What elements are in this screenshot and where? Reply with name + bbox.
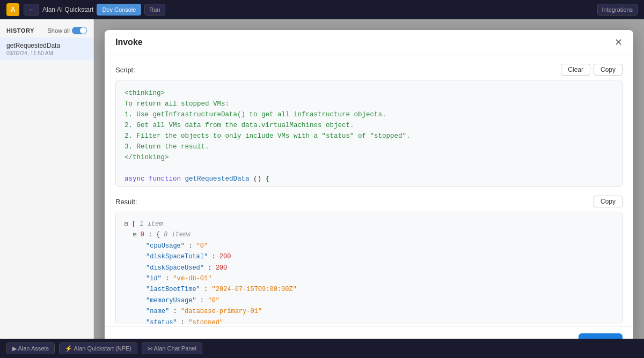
code-parens1: (); bbox=[306, 186, 318, 187]
bottom-bar: ▶ Alan Assets ⚡ Alan Quickstart (NPE) ✉ … bbox=[0, 339, 644, 358]
modal-header: Invoke ✕ bbox=[105, 30, 633, 55]
script-code-box: <thinking> To return all stopped VMs: 1.… bbox=[115, 80, 623, 187]
field-diskSpaceUsed-val: 200 bbox=[216, 264, 228, 272]
code-getinfra: getInfrastructureData bbox=[217, 186, 302, 187]
result-header: Result: Copy bbox=[115, 196, 623, 207]
history-toggle[interactable] bbox=[72, 27, 87, 34]
alan-assets-button[interactable]: ▶ Alan Assets bbox=[6, 342, 55, 354]
field-cpuUsage-val: "0" bbox=[196, 242, 208, 250]
show-all-label: Show all bbox=[47, 27, 70, 34]
result-section: Result: Copy ⊟ [ 1 item ⊟ 0 bbox=[115, 196, 623, 324]
field-diskSpaceUsed-key: "diskSpaceUsed" bbox=[146, 264, 204, 272]
script-label: Script: bbox=[115, 66, 135, 74]
field-lastBootTime-key: "lastBootTime" bbox=[146, 286, 200, 293]
array-open: [ bbox=[132, 220, 140, 228]
sidebar-item-getRequestedData[interactable]: getRequestedData 09/02/24, 11:50 AM bbox=[0, 38, 93, 61]
array-count: 1 item bbox=[140, 220, 163, 228]
field-memoryUsage-key: "memoryUsage" bbox=[146, 297, 196, 304]
code-paren: () bbox=[253, 175, 266, 183]
modal-close-button[interactable]: ✕ bbox=[614, 38, 623, 47]
field-status-val: "stopped" bbox=[188, 319, 223, 324]
field-memoryUsage-val: "0" bbox=[208, 297, 219, 304]
dev-console-tab[interactable]: Dev Console bbox=[97, 4, 141, 16]
code-brace-open: { bbox=[266, 175, 270, 183]
field-cpuUsage-key: "cpuUsage" bbox=[146, 242, 185, 250]
thinking-line1: To return all stopped VMs: bbox=[125, 100, 229, 108]
thinking-line2: 1. Use getInfrastructureData() to get al… bbox=[125, 111, 386, 118]
sidebar-item-date: 09/02/24, 11:50 AM bbox=[6, 50, 87, 56]
app-title: Alan AI Quickstart bbox=[42, 6, 93, 13]
code-function: function bbox=[149, 175, 181, 183]
result-label: Result: bbox=[115, 198, 137, 206]
field-diskSpaceTotal-key: "diskSpaceTotal" bbox=[146, 253, 208, 260]
field-name-val: "database-primary-01" bbox=[181, 308, 262, 315]
main-content: Invoke ✕ Script: Clear Copy bbox=[94, 19, 644, 339]
clear-button[interactable]: Clear bbox=[561, 64, 590, 76]
thinking-line5: 3. Return the result. bbox=[125, 143, 209, 151]
code-func-name: getRequestedData bbox=[185, 175, 250, 183]
thinking-line4: 2. Filter the objects to only include VM… bbox=[125, 132, 411, 140]
app-logo: A bbox=[6, 3, 19, 16]
copy-script-button[interactable]: Copy bbox=[594, 64, 623, 76]
script-label-row: Script: Clear Copy bbox=[115, 64, 623, 76]
thinking-close: </thinking> bbox=[125, 154, 169, 161]
code-const1: const bbox=[141, 186, 161, 187]
field-lastBootTime-val: "2024-07-15T09:00:00Z" bbox=[211, 286, 296, 293]
collapse-array[interactable]: ⊟ bbox=[125, 221, 128, 227]
obj-index: 0 bbox=[141, 231, 144, 238]
back-button[interactable]: ← bbox=[24, 4, 39, 16]
modal-title: Invoke bbox=[115, 38, 143, 47]
top-nav: ← Alan AI Quickstart Dev Console Run bbox=[24, 4, 593, 16]
run-button-top[interactable]: Run bbox=[144, 4, 165, 16]
sidebar: HISTORY Show all getRequestedData 09/02/… bbox=[0, 19, 94, 339]
invoke-modal: Invoke ✕ Script: Clear Copy bbox=[105, 30, 633, 339]
modal-body: Script: Clear Copy <thinking> To return … bbox=[105, 55, 633, 326]
field-id-key: "id" bbox=[146, 275, 162, 282]
field-status-key: "status" bbox=[146, 319, 177, 324]
sidebar-item-name: getRequestedData bbox=[6, 42, 87, 49]
obj-colon: : { bbox=[148, 231, 164, 238]
modal-footer: Run bbox=[105, 326, 633, 339]
field-name-key: "name" bbox=[146, 308, 169, 315]
code-await: await bbox=[193, 186, 214, 187]
run-button[interactable]: Run bbox=[579, 333, 623, 339]
copy-result-button[interactable]: Copy bbox=[594, 196, 623, 207]
field-id-val: "vm-db-01" bbox=[173, 275, 211, 282]
obj-count: 8 items bbox=[164, 231, 191, 238]
main-layout: HISTORY Show all getRequestedData 09/02/… bbox=[0, 19, 644, 339]
alan-quickstart-button[interactable]: ⚡ Alan Quickstart (NPE) bbox=[59, 342, 137, 354]
top-bar: A ← Alan AI Quickstart Dev Console Run I… bbox=[0, 0, 644, 19]
code-data-var: data bbox=[165, 186, 185, 187]
script-section: Script: Clear Copy <thinking> To return … bbox=[115, 64, 623, 187]
result-code-box: ⊟ [ 1 item ⊟ 0 : { 8 items bbox=[115, 212, 623, 324]
history-label: HISTORY bbox=[6, 27, 34, 34]
modal-overlay: Invoke ✕ Script: Clear Copy bbox=[94, 19, 644, 339]
alan-chat-panel-button[interactable]: ✉ Alan Chat Panel bbox=[142, 342, 202, 354]
sidebar-header: HISTORY Show all bbox=[0, 24, 93, 38]
collapse-obj[interactable]: ⊟ bbox=[133, 232, 137, 238]
thinking-open: <thinking> bbox=[125, 89, 165, 97]
integrations-button[interactable]: Integrations bbox=[597, 4, 638, 16]
code-async: async bbox=[125, 175, 145, 183]
thinking-line3: 2. Get all VMs data from the data.virtua… bbox=[125, 122, 354, 129]
field-diskSpaceTotal-val: 200 bbox=[219, 253, 231, 260]
script-buttons: Clear Copy bbox=[561, 64, 623, 76]
